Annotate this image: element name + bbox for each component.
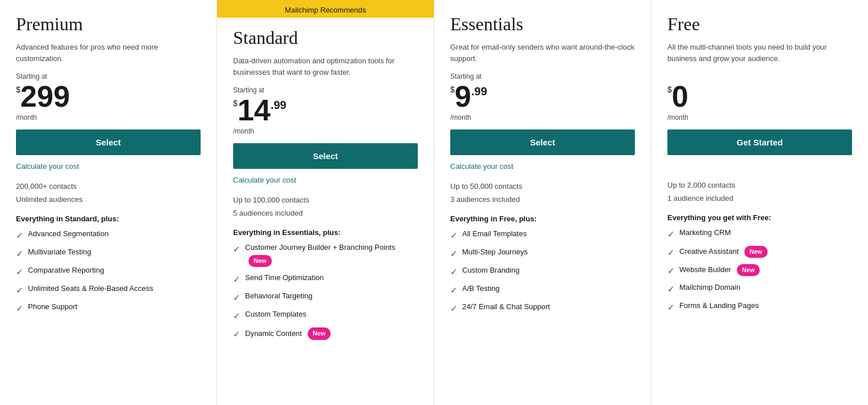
- feature-text-essentials-0: All Email Templates: [462, 229, 527, 239]
- plan-name-standard: Standard: [233, 27, 418, 48]
- select-btn-premium[interactable]: Select: [16, 129, 201, 155]
- feature-item-premium-4: ✓Phone Support: [16, 302, 201, 314]
- feature-label-standard-4: Dynamic Content: [245, 329, 302, 339]
- feature-list-essentials: ✓All Email Templates✓Multi-Step Journeys…: [450, 229, 635, 320]
- feature-label-standard-0: Customer Journey Builder + Branching Poi…: [245, 242, 395, 253]
- feature-label-standard-2: Behavioral Targeting: [245, 291, 312, 301]
- check-icon-free-2: ✓: [667, 265, 675, 277]
- recommend-banner: Mailchimp Recommends: [217, 2, 434, 18]
- feature-list-premium: ✓Advanced Segmentation✓Multivariate Test…: [16, 229, 201, 320]
- plan-desc-free: All the multi-channel tools you need to …: [667, 42, 852, 64]
- check-icon-essentials-4: ✓: [450, 302, 458, 314]
- check-icon-premium-2: ✓: [16, 266, 23, 278]
- feature-text-free-4: Forms & Landing Pages: [679, 301, 759, 311]
- feature-text-essentials-2: Custom Branding: [462, 265, 519, 276]
- feature-label-essentials-0: All Email Templates: [462, 229, 527, 239]
- price-dollar-essentials: $: [450, 85, 455, 94]
- feature-label-premium-4: Phone Support: [28, 302, 78, 312]
- new-badge-free-1: New: [744, 246, 768, 258]
- feature-text-premium-1: Multivariate Testing: [28, 247, 91, 257]
- contacts-info-essentials: Up to 50,000 contacts3 audiences include…: [450, 180, 635, 206]
- check-icon-standard-4: ✓: [233, 328, 241, 340]
- check-icon-free-0: ✓: [667, 228, 675, 240]
- starting-at-premium: Starting at: [16, 72, 201, 80]
- feature-text-essentials-4: 24/7 Email & Chat Support: [462, 302, 550, 312]
- new-badge-standard-0: New: [248, 255, 272, 267]
- feature-item-essentials-0: ✓All Email Templates: [450, 229, 635, 241]
- feature-item-free-0: ✓Marketing CRM: [667, 228, 852, 240]
- feature-label-standard-1: Send Time Optimization: [245, 273, 324, 283]
- price-month-standard: /month: [233, 127, 418, 135]
- plan-col-standard: Mailchimp RecommendsStandardData-driven …: [217, 0, 434, 405]
- plan-col-free: FreeAll the multi-channel tools you need…: [651, 0, 868, 405]
- feature-item-standard-0: ✓Customer Journey Builder + Branching Po…: [233, 242, 418, 268]
- check-icon-essentials-1: ✓: [450, 248, 458, 260]
- select-btn-free[interactable]: Get Started: [667, 129, 852, 155]
- feature-text-essentials-3: A/B Testing: [462, 284, 500, 294]
- starting-at-essentials: Starting at: [450, 72, 635, 80]
- starting-at-standard: Starting at: [233, 86, 418, 94]
- plan-desc-essentials: Great for email-only senders who want ar…: [450, 42, 635, 64]
- feature-label-free-4: Forms & Landing Pages: [679, 301, 759, 311]
- feature-text-free-0: Marketing CRM: [679, 228, 731, 238]
- feature-label-premium-0: Advanced Segmentation: [28, 229, 109, 239]
- feature-text-free-3: Mailchimp Domain: [679, 282, 740, 293]
- price-cents-essentials: .99: [471, 85, 487, 98]
- feature-text-free-2: Website BuilderNew: [679, 264, 760, 276]
- price-month-premium: /month: [16, 114, 201, 122]
- new-badge-standard-4: New: [308, 327, 331, 339]
- everything-plus-standard: Everything in Essentials, plus:: [233, 228, 418, 237]
- plan-desc-standard: Data-driven automation and optimization …: [233, 55, 418, 78]
- price-dollar-free: $: [667, 85, 672, 94]
- price-main-standard: 14: [238, 95, 271, 125]
- feature-text-essentials-1: Multi-Step Journeys: [462, 247, 528, 257]
- calc-cost-standard[interactable]: Calculate your cost: [233, 176, 418, 184]
- calc-cost-essentials[interactable]: Calculate your cost: [450, 162, 635, 171]
- feature-list-free: ✓Marketing CRM✓Creative AssistantNew✓Web…: [667, 228, 852, 319]
- feature-item-premium-1: ✓Multivariate Testing: [16, 247, 201, 260]
- feature-item-free-3: ✓Mailchimp Domain: [667, 282, 852, 295]
- feature-item-essentials-2: ✓Custom Branding: [450, 265, 635, 278]
- check-icon-essentials-3: ✓: [450, 284, 458, 296]
- calc-cost-premium[interactable]: Calculate your cost: [16, 162, 201, 171]
- feature-text-standard-4: Dynamic ContentNew: [245, 327, 331, 339]
- feature-label-premium-3: Unlimited Seats & Role-Based Access: [28, 284, 153, 294]
- feature-text-standard-1: Send Time Optimization: [245, 273, 324, 283]
- price-main-free: 0: [672, 82, 688, 111]
- check-icon-standard-1: ✓: [233, 273, 241, 285]
- feature-item-standard-3: ✓Custom Templates: [233, 309, 418, 322]
- new-badge-free-2: New: [737, 264, 760, 276]
- plan-name-free: Free: [667, 14, 852, 35]
- feature-label-essentials-4: 24/7 Email & Chat Support: [462, 302, 550, 312]
- feature-label-standard-3: Custom Templates: [245, 309, 306, 319]
- check-icon-standard-3: ✓: [233, 310, 241, 322]
- select-btn-standard[interactable]: Select: [233, 143, 418, 169]
- check-icon-premium-4: ✓: [16, 302, 23, 314]
- feature-item-standard-1: ✓Send Time Optimization: [233, 273, 418, 285]
- everything-plus-essentials: Everything in Free, plus:: [450, 214, 635, 223]
- feature-text-premium-0: Advanced Segmentation: [28, 229, 109, 239]
- price-dollar-premium: $: [16, 85, 21, 94]
- price-row-free: $0: [667, 82, 852, 111]
- feature-label-premium-1: Multivariate Testing: [28, 247, 91, 257]
- feature-text-standard-3: Custom Templates: [245, 309, 306, 319]
- check-icon-free-4: ✓: [667, 301, 675, 313]
- feature-text-premium-4: Phone Support: [28, 302, 78, 312]
- pricing-container: PremiumAdvanced features for pros who ne…: [0, 0, 868, 405]
- price-row-premium: $299: [16, 82, 201, 111]
- feature-label-essentials-1: Multi-Step Journeys: [462, 247, 528, 257]
- select-btn-essentials[interactable]: Select: [450, 129, 635, 155]
- price-main-premium: 299: [21, 82, 70, 111]
- feature-text-standard-0: Customer Journey Builder + Branching Poi…: [245, 242, 418, 268]
- feature-item-essentials-4: ✓24/7 Email & Chat Support: [450, 302, 635, 314]
- check-icon-essentials-2: ✓: [450, 266, 458, 278]
- feature-item-free-2: ✓Website BuilderNew: [667, 264, 852, 277]
- price-main-essentials: 9: [455, 82, 471, 111]
- feature-item-premium-3: ✓Unlimited Seats & Role-Based Access: [16, 284, 201, 296]
- feature-text-free-1: Creative AssistantNew: [679, 246, 768, 258]
- price-month-free: /month: [667, 114, 852, 122]
- feature-list-standard: ✓Customer Journey Builder + Branching Po…: [233, 242, 418, 346]
- feature-label-essentials-3: A/B Testing: [462, 284, 500, 294]
- check-icon-free-1: ✓: [667, 246, 675, 258]
- contacts-info-premium: 200,000+ contactsUnlimited audiences: [16, 180, 201, 206]
